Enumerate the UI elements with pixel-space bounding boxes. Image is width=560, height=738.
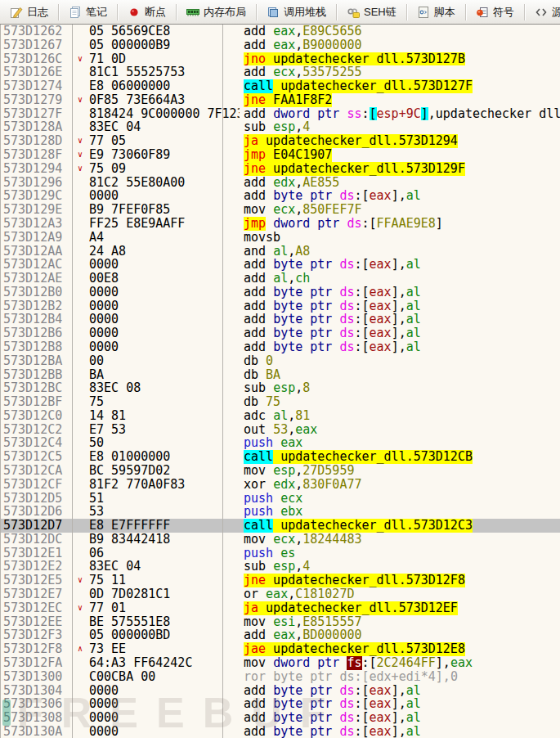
tab-memory-map[interactable]: 内存布局 xyxy=(177,0,256,24)
instruction-token: add xyxy=(244,38,273,52)
disasm-row[interactable]: 573D12D7E8 E7FFFFFFcall updatechecker_dl… xyxy=(0,519,560,533)
instruction-token: ds xyxy=(339,697,354,711)
instruction-token: 0 xyxy=(450,670,458,684)
disasm-row[interactable]: 573D128A83EC 04sub esp,4 xyxy=(0,120,560,134)
tab-notes[interactable]: 笔记 xyxy=(59,0,117,24)
disasm-row[interactable]: 573D12B60000add byte ptr ds:[eax],al xyxy=(0,326,560,340)
disasm-row[interactable]: 573D12C5E8 01000000call updatechecker_dl… xyxy=(0,450,560,464)
disasm-row[interactable]: 573D12AA24 A8and al,A8 xyxy=(0,245,560,259)
disasm-row[interactable]: 573D129681C2 55E80A00add edx,AE855 xyxy=(0,176,560,190)
instruction-token: FFAAE9E8 xyxy=(377,217,436,231)
instruction-cell: add byte ptr ds:[eax],al xyxy=(240,189,560,203)
disasm-row[interactable]: 573D129EB9 7FEF0F85mov ecx,850FEF7F xyxy=(0,203,560,217)
instruction-token: add xyxy=(244,272,273,286)
disasm-row[interactable]: 573D12CABC 59597D02mov esp,27D5959 xyxy=(0,464,560,478)
disasm-row[interactable]: 573D12F305 000000BDadd eax,BD000000 xyxy=(0,628,560,642)
tab-log[interactable]: 日志 xyxy=(0,0,58,24)
disasm-row[interactable]: 573D12EC∨77 01ja updatechecker_dll.573D1… xyxy=(0,601,560,615)
disasm-row[interactable]: 573D12E283EC 04sub esp,4 xyxy=(0,560,560,574)
column-separator-bytes-disasm[interactable] xyxy=(222,25,223,738)
disasm-row[interactable]: 573D12BC83EC 08sub esp,8 xyxy=(0,381,560,395)
tab-script[interactable]: 脚本 xyxy=(407,0,465,24)
disasm-row[interactable]: 573D12A9A4movsb xyxy=(0,231,560,245)
address-cell: 573D12C0 xyxy=(0,409,75,423)
column-separator-address-bytes[interactable] xyxy=(72,25,73,738)
instruction-token: or xyxy=(244,587,266,601)
bytes-cell: 0000 xyxy=(75,258,240,272)
bytes-text: 83EC 08 xyxy=(89,381,141,395)
disasm-row[interactable]: 573D12EEBE 575551E8mov esi,E8515557 xyxy=(0,615,560,629)
disasm-row[interactable]: 573D12B40000add byte ptr ds:[eax],al xyxy=(0,313,560,326)
disasm-row[interactable]: 573D12B80000add byte ptr ds:[eax],al xyxy=(0,340,560,354)
instruction-cell: jno updatechecker_dll.573D127B xyxy=(240,52,560,66)
column-separator xyxy=(0,25,1,738)
tab-label: 调用堆栈 xyxy=(284,5,326,20)
disasm-row[interactable]: 573D12CF81F2 770A0F83xor edx,830F0A77 xyxy=(0,478,560,492)
tab-source[interactable]: 源代码 xyxy=(525,0,560,24)
disasm-row[interactable]: 573D130A0000add byte ptr ds:[eax],al xyxy=(0,725,560,738)
disasm-row[interactable]: 573D12C450push eax xyxy=(0,436,560,450)
disasm-row[interactable]: 573D12B00000add byte ptr ds:[eax],al xyxy=(0,286,560,299)
bytes-text: 71 0D xyxy=(89,52,126,66)
disasm-row[interactable]: 573D1274E8 06000000call updatechecker_dl… xyxy=(0,79,560,93)
tab-call-stack[interactable]: 调用堆栈 xyxy=(257,0,336,24)
instruction-token: add xyxy=(244,189,273,203)
bytes-text: E8 06000000 xyxy=(89,79,170,93)
disasm-row[interactable]: 573D12FA64:A3 FF64242Cmov dword ptr fs:[… xyxy=(0,656,560,670)
disasm-row[interactable]: 573D12AC0000add byte ptr ds:[eax],al xyxy=(0,258,560,272)
disasm-row[interactable]: 573D1279∨0F85 73E664A3jne FAA1F8F2 xyxy=(0,93,560,107)
disasm-row[interactable]: 573D12E5∨75 11jne updatechecker_dll.573D… xyxy=(0,574,560,587)
instruction-token: : xyxy=(362,217,370,231)
disasm-row[interactable]: 573D126705 000000B9add eax,B9000000 xyxy=(0,38,560,52)
instruction-token: push xyxy=(244,505,280,519)
bytes-text: 75 11 xyxy=(89,574,126,587)
disasm-row[interactable]: 573D126E81C1 55525753add ecx,53575255 xyxy=(0,65,560,79)
instruction-token: al xyxy=(406,684,421,698)
instruction-token: mov xyxy=(244,533,273,547)
disasm-row[interactable]: 573D13060000add byte ptr ds:[eax],al xyxy=(0,697,560,711)
disasm-row[interactable]: 573D13080000add byte ptr ds:[eax],al xyxy=(0,711,560,725)
tab-label: 日志 xyxy=(27,5,48,20)
disasm-row[interactable]: 573D1294∨75 09jne updatechecker_dll.573D… xyxy=(0,162,560,176)
disasm-row[interactable]: 573D12BF75db 75 xyxy=(0,395,560,409)
address-cell: 573D12A3 xyxy=(0,217,75,231)
instruction-token: al xyxy=(406,326,421,340)
disasm-row[interactable]: 573D12F8∧73 EEjae updatechecker_dll.573D… xyxy=(0,642,560,656)
disasm-row[interactable]: 573D128D∨77 05ja updatechecker_dll.573D1… xyxy=(0,134,560,148)
disasm-row[interactable]: 573D12BA00db 0 xyxy=(0,354,560,368)
disasm-row[interactable]: 573D128F∨E9 73060F89jmp E04C1907 xyxy=(0,148,560,162)
disasm-row[interactable]: 573D12AE00E8add al,ch xyxy=(0,272,560,286)
disasm-row[interactable]: 573D12A3FF25 E8E9AAFFjmp dword ptr ds:[F… xyxy=(0,217,560,231)
disasm-row[interactable]: 573D1300C00CBA 00ror byte ptr ds:[edx+ed… xyxy=(0,670,560,684)
disasm-row[interactable]: 573D12BBBAdb BA xyxy=(0,368,560,382)
disasm-row[interactable]: 573D12B20000add byte ptr ds:[eax],al xyxy=(0,299,560,313)
instruction-cell: mov esp,27D5959 xyxy=(240,464,560,478)
tab-breakpoints[interactable]: 断点 xyxy=(118,0,176,24)
instruction-token: A8 xyxy=(295,245,310,259)
instruction-token: , xyxy=(443,656,450,670)
tab-symbols[interactable]: 符号 xyxy=(466,0,524,24)
disasm-row[interactable]: 573D12C014 81adc al,81 xyxy=(0,409,560,423)
disasm-row[interactable]: 573D12D551push ecx xyxy=(0,492,560,506)
bytes-cell: 06 xyxy=(75,547,240,560)
disasm-row[interactable]: 573D12E70D 7D0281C1or eax,C181027D xyxy=(0,587,560,601)
instruction-token: [ xyxy=(362,299,370,313)
disasm-row[interactable]: 573D12DCB9 83442418mov ecx,18244483 xyxy=(0,533,560,547)
disasm-row[interactable]: 573D12D653push ebx xyxy=(0,505,560,519)
instruction-token: ] xyxy=(392,326,399,340)
address-cell: 573D1300 xyxy=(0,670,75,684)
tab-seh-chain[interactable]: SEH链 xyxy=(337,0,406,24)
disasm-row[interactable]: 573D12C2E7 53out 53,eax xyxy=(0,423,560,437)
disasm-row[interactable]: 573D12E106push es xyxy=(0,547,560,560)
disasm-row[interactable]: 573D13040000add byte ptr ds:[eax],al xyxy=(0,684,560,698)
bytes-text: 05 56569CE8 xyxy=(89,25,170,38)
disasm-row[interactable]: 573D126C∨71 0Djno updatechecker_dll.573D… xyxy=(0,52,560,66)
instruction-token: 53575255 xyxy=(302,65,361,79)
instruction-token: , xyxy=(399,684,406,698)
instruction-token: ] xyxy=(392,697,399,711)
disasm-row[interactable]: 573D126205 56569CE8add eax,E89C5656 xyxy=(0,25,560,38)
bytes-text: 06 xyxy=(89,547,104,560)
disasm-row[interactable]: 573D129C0000add byte ptr ds:[eax],al xyxy=(0,189,560,203)
bytes-text: 0000 xyxy=(89,313,119,326)
disasm-row[interactable]: 573D127F818424 9C000000 7F123D57add dwor… xyxy=(0,107,560,121)
